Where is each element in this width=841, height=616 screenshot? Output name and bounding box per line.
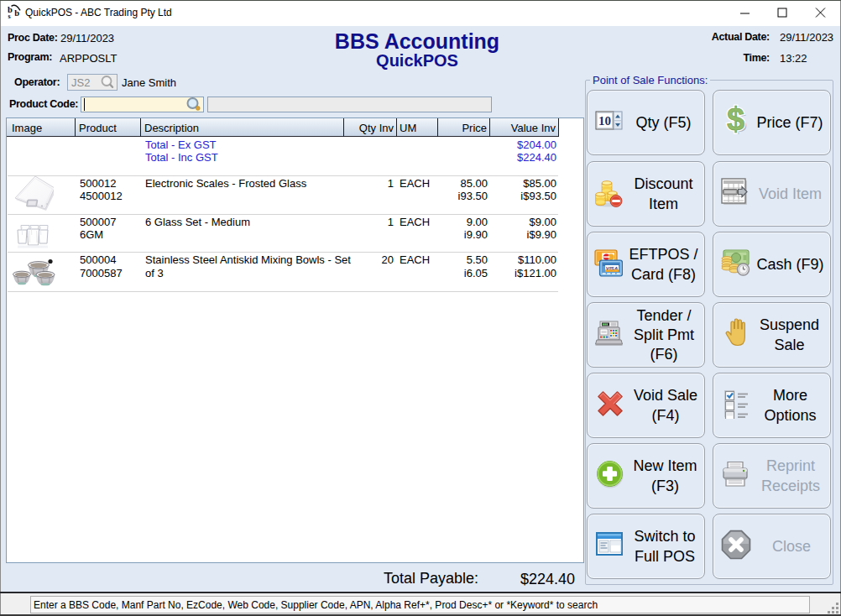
svg-text:10: 10 bbox=[598, 114, 611, 128]
svg-text:s: s bbox=[8, 13, 10, 20]
svg-text:b: b bbox=[14, 8, 19, 18]
svg-text:$: $ bbox=[727, 104, 744, 137]
